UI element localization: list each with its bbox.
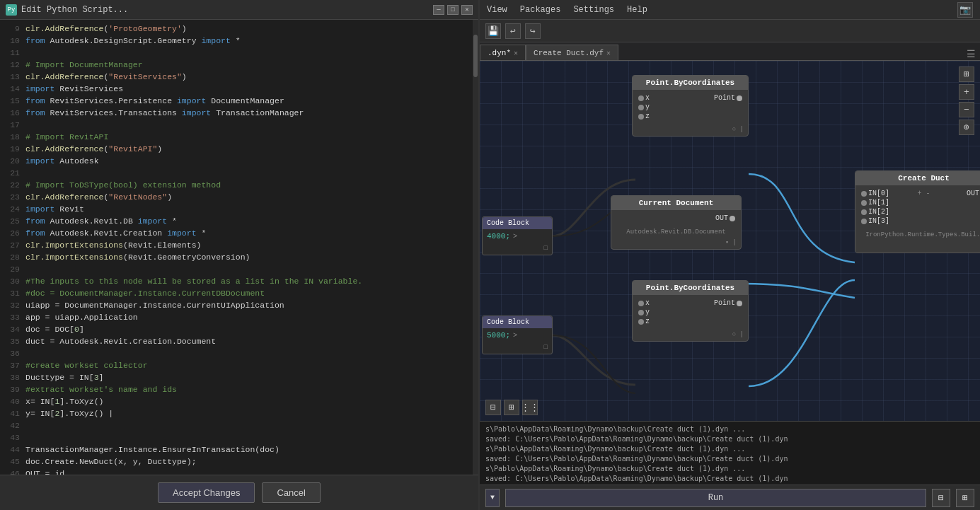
code-block-2-header: Code Block (483, 316, 552, 328)
close-button[interactable]: ✕ (461, 5, 473, 15)
log-line-6: saved: C:\Users\Pablo\AppData\Roaming\Dy… (485, 474, 974, 484)
port-x-dot-1 (638, 95, 644, 101)
dynamo-menubar: View Packages Settings Help 📷 (480, 0, 980, 20)
create-duct-footer: ▪ (855, 241, 980, 253)
port-z-1: z (637, 112, 744, 120)
node-body-cd: OUT (611, 210, 741, 226)
menu-items: View Packages Settings Help (487, 5, 647, 15)
port-y-1: y (637, 103, 744, 111)
log-line-5: s\Pablo\AppData\Roaming\Dynamo\backup\Cr… (485, 464, 974, 474)
node-footer-pbc1: ○ | (633, 124, 748, 136)
current-document-node[interactable]: Current Document OUT Autodesk.Revit.DB.D… (611, 195, 742, 250)
camera-button[interactable]: 📷 (957, 2, 973, 18)
run-dropdown-arrow[interactable]: ▼ (485, 489, 500, 507)
scrollbar-thumb[interactable] (473, 35, 478, 77)
bottom-bar: ▼ Run ⊟ ⊞ (480, 485, 980, 510)
line-numbers: 9101112131415161718192021222324252627282… (0, 20, 23, 475)
tab-dyn[interactable]: .dyn* ✕ (480, 45, 526, 60)
zoom-out-button[interactable]: − (959, 102, 974, 117)
reset-view-button[interactable]: ⊕ (959, 120, 974, 135)
menu-settings[interactable]: Settings (573, 5, 614, 15)
layout-button[interactable]: ⊟ (485, 400, 501, 415)
log-line-4: saved: C:\Users\Pablo\AppData\Roaming\Dy… (485, 454, 974, 464)
accept-changes-button[interactable]: Accept Changes (158, 482, 255, 503)
tab-menu-icon[interactable]: ☰ (962, 48, 980, 60)
log-area: s\Pablo\AppData\Roaming\Dynamo\backup\Cr… (480, 421, 980, 485)
canvas-area[interactable]: Point.ByCoordinates x Point y z ○ | (480, 61, 980, 421)
port-out-dot-2 (737, 301, 742, 306)
code-block-1-arrow: > (513, 233, 517, 240)
run-button[interactable]: Run (505, 489, 926, 507)
code-block-2[interactable]: Code Block 5000; > □ (482, 315, 553, 354)
node-header-pbc2: Point.ByCoordinates (633, 281, 748, 295)
port-in3-dot (861, 219, 867, 224)
menu-view[interactable]: View (487, 5, 507, 15)
editor-footer: Accept Changes Cancel (0, 475, 478, 510)
code-block-1-body: 4000; > (483, 229, 552, 243)
port-in1-dot (861, 200, 867, 206)
node-footer-cd: ▪ | (611, 238, 741, 249)
point-by-coordinates-node-1[interactable]: Point.ByCoordinates x Point y z ○ | (632, 75, 749, 137)
menu-packages[interactable]: Packages (520, 5, 561, 15)
port-out-dot-1 (737, 95, 742, 101)
code-block-2-body: 5000; > (483, 328, 552, 342)
layout-icon-button[interactable]: ⊟ (932, 489, 950, 507)
dynamo-toolbar: 💾 ↩ ↪ (480, 20, 980, 42)
editor-titlebar: Py Edit Python Script... ─ □ ✕ (0, 0, 478, 20)
undo-button[interactable]: ↩ (505, 23, 521, 39)
tab-dyn-close[interactable]: ✕ (514, 49, 518, 57)
menu-help[interactable]: Help (627, 5, 647, 15)
port-out-cd-dot (730, 216, 735, 221)
grid-icon-button[interactable]: ⊞ (956, 489, 974, 507)
tab-create-duct-label: Create Duct.dyf (534, 49, 604, 57)
port-out-cd: OUT (616, 214, 737, 222)
port-y-dot-2 (638, 310, 644, 315)
code-block-1-header: Code Block (483, 217, 552, 229)
maximize-button[interactable]: □ (447, 5, 459, 15)
code-area: 9101112131415161718192021222324252627282… (0, 20, 478, 475)
port-z-dot-1 (638, 114, 644, 120)
editor-icon: Py (6, 4, 17, 16)
port-y-2: y (637, 308, 744, 316)
canvas-bottom-controls: ⊟ ⊞ ⋮⋮ (485, 400, 538, 415)
code-editor[interactable]: clr.AddReference('ProtoGeometry') from A… (23, 20, 473, 475)
node-footer-pbc2: ○ | (633, 330, 748, 341)
tab-create-duct-close[interactable]: ✕ (606, 49, 611, 57)
node-body-pbc2: x Point y z (633, 295, 748, 330)
create-duct-node[interactable]: Create Duct IN[0] + - OUT IN[1] IN[2] (855, 170, 980, 253)
snap-button[interactable]: ⋮⋮ (522, 400, 538, 415)
titlebar-left: Py Edit Python Script... (6, 4, 128, 16)
editor-panel: Py Edit Python Script... ─ □ ✕ 910111213… (0, 0, 480, 510)
code-block-1-footer: □ (483, 243, 552, 255)
minimize-button[interactable]: ─ (433, 5, 444, 15)
log-line-1: s\Pablo\AppData\Roaming\Dynamo\backup\Cr… (485, 424, 974, 434)
node-body-pbc1: x Point y z (633, 90, 748, 124)
cancel-button[interactable]: Cancel (262, 482, 320, 503)
port-y-dot-1 (638, 105, 644, 110)
vertical-scrollbar[interactable] (473, 20, 478, 475)
save-button[interactable]: 💾 (485, 23, 501, 39)
code-block-2-arrow: > (513, 332, 517, 340)
redo-button[interactable]: ↪ (525, 23, 541, 39)
port-in0: IN[0] + - OUT (860, 190, 980, 197)
grid-button[interactable]: ⊞ (504, 400, 519, 415)
code-block-2-value: 5000; (487, 331, 510, 340)
port-in3: IN[3] (860, 217, 980, 225)
dynamo-tabs: .dyn* ✕ Create Duct.dyf ✕ ☰ (480, 42, 980, 61)
create-duct-label: IronPython.Runtime.Types.Buil... (855, 229, 980, 241)
canvas-controls: ⊞ + − ⊕ (959, 66, 974, 135)
port-in0-dot (861, 191, 867, 197)
port-x-1: x Point (637, 94, 744, 102)
zoom-in-button[interactable]: + (959, 84, 974, 100)
code-block-1[interactable]: Code Block 4000; > □ (482, 216, 553, 255)
fit-view-button[interactable]: ⊞ (959, 66, 974, 82)
dynamo-panel: View Packages Settings Help 📷 💾 ↩ ↪ .dyn… (480, 0, 980, 510)
tab-create-duct[interactable]: Create Duct.dyf ✕ (526, 45, 618, 60)
code-block-1-value: 4000; (487, 232, 510, 240)
tab-dyn-label: .dyn* (488, 49, 511, 57)
node-body-cd2: IN[0] + - OUT IN[1] IN[2] IN[3] (855, 185, 980, 229)
port-in2-dot (861, 209, 867, 215)
point-by-coordinates-node-2[interactable]: Point.ByCoordinates x Point y z ○ | (632, 280, 749, 342)
node-header-pbc1: Point.ByCoordinates (633, 76, 748, 90)
port-in2: IN[2] (860, 208, 980, 216)
